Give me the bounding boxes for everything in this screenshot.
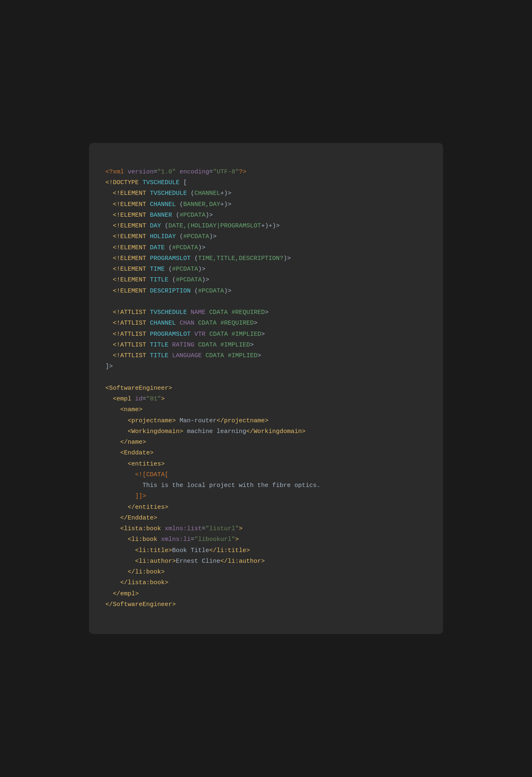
line-25: <Enddate> bbox=[105, 449, 154, 456]
line-blank-1 bbox=[105, 298, 109, 305]
line-11: <!ELEMENT TITLE (#PCDATA)> bbox=[105, 276, 209, 283]
line-7: <!ELEMENT HOLIDAY (#PCDATA)> bbox=[105, 233, 217, 240]
line-29: ]]> bbox=[105, 493, 146, 500]
line-16: <!ATTLIST TITLE RATING CDATA #IMPLIED> bbox=[105, 342, 254, 349]
line-19: <SoftwareEngineer> bbox=[105, 385, 172, 392]
line-5: <!ELEMENT BANNER (#PCDATA)> bbox=[105, 212, 213, 219]
line-24: </name> bbox=[105, 439, 146, 446]
line-8: <!ELEMENT DATE (#PCDATA)> bbox=[105, 244, 205, 251]
line-14: <!ATTLIST CHANNEL CHAN CDATA #REQUIRED> bbox=[105, 320, 257, 327]
line-33: <li:book xmlns:li="libookurl"> bbox=[105, 536, 239, 543]
line-13: <!ATTLIST TVSCHEDULE NAME CDATA #REQUIRE… bbox=[105, 309, 268, 316]
line-17: <!ATTLIST TITLE LANGUAGE CDATA #IMPLIED> bbox=[105, 352, 261, 359]
line-21: <name> bbox=[105, 406, 142, 413]
code-editor: <?xml version="1.0" encoding="UTF-8"?> <… bbox=[89, 143, 443, 634]
line-3: <!ELEMENT TVSCHEDULE (CHANNEL+)> bbox=[105, 190, 231, 197]
line-6: <!ELEMENT DAY (DATE,(HOLIDAY|PROGRAMSLOT… bbox=[105, 222, 280, 229]
line-36: </li:book> bbox=[105, 569, 165, 576]
line-26: <entities> bbox=[105, 461, 165, 468]
line-34: <li:title>Book Title</li:title> bbox=[105, 547, 250, 554]
line-30: </entities> bbox=[105, 504, 168, 511]
line-18: ]> bbox=[105, 363, 113, 370]
line-12: <!ELEMENT DESCRIPTION (#PCDATA)> bbox=[105, 288, 231, 295]
line-37: </lista:book> bbox=[105, 579, 168, 586]
code-content: <?xml version="1.0" encoding="UTF-8"?> <… bbox=[105, 156, 427, 621]
line-38: </empl> bbox=[105, 590, 139, 597]
line-22: <projectname> Man-router</projectname> bbox=[105, 417, 268, 424]
line-blank-2 bbox=[105, 374, 109, 381]
line-1: <?xml version="1.0" encoding="UTF-8"?> bbox=[105, 169, 246, 176]
line-39: </SoftwareEngineer> bbox=[105, 601, 176, 608]
line-15: <!ATTLIST PROGRAMSLOT VTR CDATA #IMPLIED… bbox=[105, 331, 265, 338]
line-35: <li:author>Ernest Cline</li:author> bbox=[105, 558, 265, 565]
line-23: <Workingdomain> machine learning</Workin… bbox=[105, 428, 306, 435]
line-9: <!ELEMENT PROGRAMSLOT (TIME,TITLE,DESCRI… bbox=[105, 255, 291, 262]
line-31: </Enddate> bbox=[105, 515, 157, 522]
line-28: This is the local project with the fibre… bbox=[105, 482, 320, 489]
line-27: <![CDATA[ bbox=[105, 471, 168, 478]
line-10: <!ELEMENT TIME (#PCDATA)> bbox=[105, 266, 205, 273]
line-32: <lista:book xmlns:list="listurl"> bbox=[105, 525, 243, 532]
line-2: <!DOCTYPE TVSCHEDULE [ bbox=[105, 179, 187, 186]
line-4: <!ELEMENT CHANNEL (BANNER,DAY+)> bbox=[105, 201, 231, 208]
line-20: <empl id="01"> bbox=[105, 396, 165, 403]
